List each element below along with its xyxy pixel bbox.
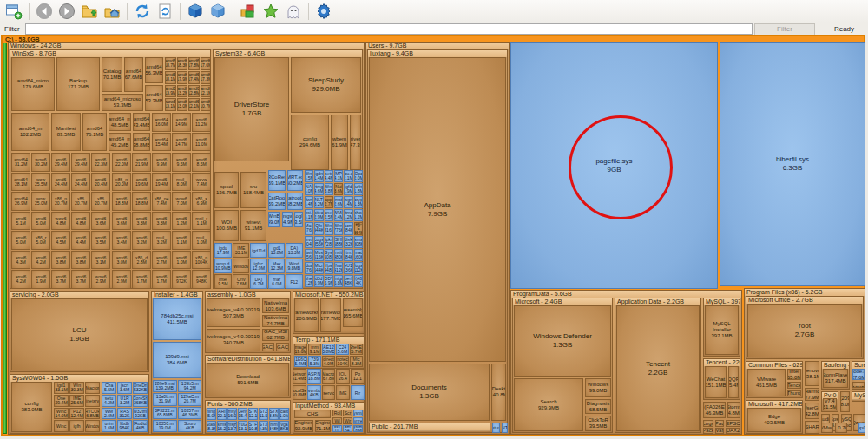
file-sitec[interactable]: sitec2.9M: [314, 209, 323, 221]
folder-winevt[interactable]: winevt91.1MB: [240, 210, 266, 241]
file-hiberfil-sys[interactable]: hiberfil.sys6.3GB: [720, 42, 865, 286]
file-mar[interactable]: mar6.0M: [268, 274, 286, 289]
folder-x86[interactable]: x8620.7M: [91, 192, 110, 211]
folder-amd6[interactable]: amd617.9M: [177, 71, 188, 84]
folder-gac[interactable]: GAC: [276, 343, 289, 351]
folder-root[interactable]: root2.7GB: [747, 304, 862, 357]
filter-input[interactable]: [25, 23, 753, 35]
file-classes-button[interactable]: [238, 1, 259, 22]
folder-network[interactable]: Network61.4MB: [293, 369, 306, 384]
folder-x86-ne[interactable]: x86_ne7.4M: [152, 192, 171, 211]
folder-mysql-installer[interactable]: MySQL Installer397.1MB: [705, 305, 739, 355]
file-ipks[interactable]: ipks728K: [325, 236, 333, 248]
folder-amd6[interactable]: amd617.3M: [201, 71, 212, 84]
folder-wechat[interactable]: WeChat151.1MB: [705, 366, 727, 398]
favorites-button[interactable]: [260, 1, 281, 22]
folder-amd64-microso[interactable]: amd64_microso53.3MB: [102, 94, 143, 111]
file-deny[interactable]: Deny15.4: [238, 408, 247, 420]
folder-rtcof[interactable]: RTCOF6.8MB: [85, 408, 100, 420]
folder-es-e[interactable]: es-E364K: [354, 222, 363, 234]
file-system[interactable]: system4.6MB: [353, 425, 363, 432]
folder-amd6[interactable]: amd64.4M: [71, 231, 90, 250]
folder-ime[interactable]: IME: [336, 385, 350, 401]
file-c24[interactable]: C245.6M: [336, 344, 349, 355]
file-msy[interactable]: msy16.0: [227, 408, 237, 420]
folder-amd6[interactable]: amd64.8M: [71, 212, 90, 231]
file-rtmg[interactable]: rtmg4.6M: [314, 183, 323, 195]
folder-amd6[interactable]: amd619.6M: [132, 173, 151, 192]
folder-wow[interactable]: wow25.5M: [31, 173, 50, 192]
folder-edge[interactable]: Edge403.5MB: [747, 408, 801, 432]
folder-amd64[interactable]: amd6438.8MB: [133, 133, 150, 151]
file-mm[interactable]: mm348K: [269, 421, 279, 433]
folder-ime[interactable]: IME33.1M: [233, 243, 250, 258]
folder-nativeima[interactable]: NativeIma74.7MB: [262, 315, 289, 327]
folder-env[interactable]: env16KB: [852, 382, 865, 388]
file-3f3222-m[interactable]: 3F3222.m65.8MB: [153, 407, 177, 419]
ghost-filter-button[interactable]: [283, 1, 304, 22]
folder-wi[interactable]: WI: [332, 417, 342, 424]
folder-chs[interactable]: CHS: [294, 410, 331, 418]
file-aer[interactable]: aer54.: [343, 425, 352, 432]
folder-amd6[interactable]: amd612.8M: [188, 85, 200, 98]
file-stf[interactable]: STF10.8: [248, 421, 258, 433]
file-mp[interactable]: MP4.1M: [334, 170, 343, 182]
folder-drivers[interactable]: drivers147.3M: [350, 115, 361, 170]
file-w32tm[interactable]: w32tm92KB: [133, 408, 148, 420]
home-button[interactable]: [102, 1, 122, 22]
file-stz[interactable]: STZ11.5: [259, 408, 268, 420]
folder-amd6[interactable]: amd619.4M: [152, 173, 171, 192]
folder-localser[interactable]: LocalSer60.8MB: [293, 385, 306, 401]
file-jscri[interactable]: jscri3.6M: [117, 382, 132, 394]
folder-amd6[interactable]: amd68.5M: [192, 153, 211, 172]
folder-documents[interactable]: Documents1.3GB: [369, 364, 490, 421]
folder-amd6[interactable]: amd612.1M: [201, 85, 212, 98]
file-10350-m[interactable]: 10350.m19.0M: [153, 420, 177, 432]
folder-amd64[interactable]: amd6476.1MB: [82, 113, 107, 151]
folder-wow[interactable]: wow25.0M: [31, 192, 50, 211]
folder-vmware[interactable]: VMware451.5MB: [747, 369, 786, 396]
folder-intel[interactable]: Intel9.5M: [214, 274, 232, 289]
folder-amd6[interactable]: amd620.4M: [91, 173, 110, 192]
folder-mm[interactable]: mm9.1M: [308, 344, 321, 355]
file-129ac-m[interactable]: 129aC.m26.7M: [178, 393, 202, 405]
folder-amd6[interactable]: amd617.6M: [201, 57, 212, 70]
folder-amd6[interactable]: amd63.3M: [132, 212, 151, 231]
file-286e9-msi[interactable]: 286e9.msi139.2MB: [153, 380, 177, 392]
folder-wow6[interactable]: wow67.0M: [172, 192, 191, 211]
folder-notec[interactable]: notec104K: [336, 356, 349, 367]
folder-msil[interactable]: msil_8.0M: [172, 173, 191, 192]
folder-shar[interactable]: SHAR: [805, 421, 819, 434]
folder-amd6[interactable]: amd61.2M: [172, 212, 191, 231]
file-msi-d[interactable]: msi.d3.1M: [305, 209, 313, 221]
folder-amd6[interactable]: amd618.8M: [112, 192, 131, 211]
folder-epsc[interactable]: EPSC: [726, 420, 740, 427]
folder-tencent[interactable]: Tencent2.2GB: [616, 305, 700, 431]
folder-wow6[interactable]: wow630.2M: [31, 153, 50, 172]
folder-amd6[interactable]: amd64.5M: [51, 231, 70, 250]
folder-engines[interactable]: Engines92.9MB: [294, 420, 313, 432]
folder-amd64[interactable]: amd6426.9M: [11, 192, 30, 211]
file-libdb[interactable]: libdb984K: [117, 420, 132, 432]
folder-mysql-124[interactable]: MySQL - 124: [852, 391, 865, 402]
file-igfd[interactable]: igfd1.9M: [344, 183, 352, 195]
folder-po[interactable]: Po12.1: [351, 369, 365, 384]
file-wind[interactable]: Wind9.8MB: [286, 259, 303, 273]
file-node-d[interactable]: node.d27.6M: [852, 369, 865, 380]
file-icu-d[interactable]: icu.d2.1M: [344, 170, 352, 182]
file-vga[interactable]: vga8KB: [279, 421, 289, 433]
file-opc[interactable]: Opc2.0M: [354, 170, 363, 182]
folder-amd64-micro[interactable]: amd64_micro179.6MB: [11, 57, 55, 111]
folder-amd6[interactable]: amd6972K: [172, 270, 191, 289]
file-igdu[interactable]: igdu17.9M: [214, 243, 232, 258]
file-calit[interactable]: calit1.0M: [279, 408, 289, 420]
folder-amd64[interactable]: amd6415.4M: [152, 133, 171, 152]
folder-assembly[interactable]: assembly165.6MB: [343, 298, 363, 327]
folder-usergu[interactable]: UserGu42.8M: [805, 403, 819, 419]
file-nt[interactable]: NT: [502, 423, 508, 433]
file-mingli[interactable]: mingli35.0M: [207, 408, 216, 420]
folder-framework64[interactable]: Framework64206.9MB: [294, 298, 319, 332]
file-max[interactable]: Max976K: [305, 222, 313, 234]
folder-nativeimages-v4-0-30319-32[interactable]: NativeImages_v4.0.30319_32340.7MB: [207, 329, 260, 351]
folder-amd6[interactable]: amd69.5M: [172, 153, 191, 172]
